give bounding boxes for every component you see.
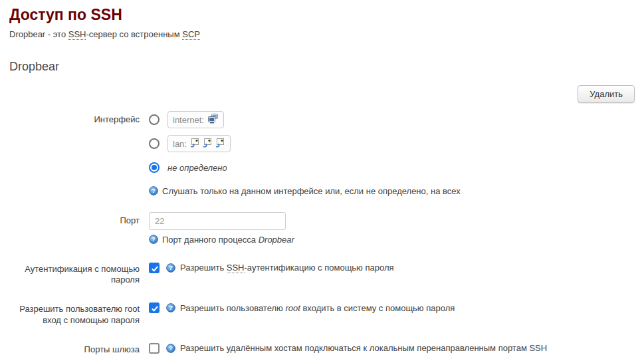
gateway-ports-row: Порты шлюза ? Разрешить удалённым хостам…: [9, 341, 635, 355]
svg-text:?: ?: [152, 235, 156, 243]
password-auth-label: Аутентификация с помощью пароля: [9, 261, 140, 286]
gateway-ports-checkbox[interactable]: [149, 343, 160, 354]
svg-text:?: ?: [169, 344, 173, 352]
gateway-ports-label: Порты шлюза: [9, 341, 140, 355]
help-part: Разрешить пользователю: [180, 303, 285, 313]
interface-radio-lan[interactable]: [149, 138, 160, 149]
interface-help-text: Слушать только на данном интерфейсе или,…: [162, 185, 461, 197]
ethernet-port-icon: [215, 138, 225, 150]
help-icon: ?: [166, 303, 175, 312]
root-login-row: Разрешить пользователю root вход с помощ…: [9, 300, 635, 326]
svg-text:?: ?: [169, 264, 173, 271]
ethernet-port-icon: [203, 138, 213, 150]
help-icon: ?: [166, 263, 175, 273]
help-part: Разрешить: [180, 263, 227, 273]
interface-badge-lan-label: lan:: [173, 139, 187, 149]
root-login-help-text: Разрешить пользователю root входить в си…: [180, 303, 455, 313]
gateway-ports-help-text: Разрешить удалённым хостам подключаться …: [180, 343, 547, 353]
subtitle-text: Dropbear - это: [9, 29, 68, 39]
password-auth-checkbox[interactable]: [149, 263, 160, 273]
interface-field: internet: lan:: [140, 111, 635, 197]
interface-row: Интерфейс internet:: [9, 111, 635, 197]
port-field: ? Порт данного процесса Dropbear: [140, 212, 635, 245]
svg-text:?: ?: [152, 187, 156, 194]
help-icon: ?: [149, 235, 158, 244]
port-help-text: Порт данного процесса Dropbear: [162, 234, 294, 245]
help-icon: ?: [149, 186, 158, 195]
root-login-checkbox[interactable]: [149, 302, 160, 313]
interface-help: ? Слушать только на данном интерфейсе ил…: [149, 185, 635, 197]
interface-option-unspecified: не определено: [149, 159, 635, 177]
root-italic: root: [285, 303, 300, 313]
page-subtitle: Dropbear - это SSH-сервер со встроенным …: [9, 29, 635, 39]
interface-label: Интерфейс: [9, 111, 140, 125]
password-auth-row: Аутентификация с помощью пароля ? Разреш…: [9, 261, 635, 286]
port-help: ? Порт данного процесса Dropbear: [149, 234, 635, 245]
scp-abbr: SCP: [182, 29, 200, 40]
help-part: -аутентификацию с помощью пароля: [245, 263, 394, 273]
page-title: Доступ по SSH: [9, 5, 635, 25]
ssh-abbr: SSH: [68, 29, 86, 40]
interface-option-lan: lan:: [149, 135, 635, 153]
interface-badge-internet-label: internet:: [173, 115, 204, 125]
root-login-field: ? Разрешить пользователю root входить в …: [140, 300, 635, 313]
password-auth-field: ? Разрешить SSH-аутентификацию с помощью…: [140, 261, 635, 273]
delete-button[interactable]: Удалить: [578, 85, 635, 103]
subtitle-text: -сервер со встроенным: [86, 29, 182, 39]
dropbear-italic: Dropbear: [259, 235, 294, 245]
ethernet-port-icon: [190, 138, 200, 150]
ssh-abbr: SSH: [227, 263, 245, 273]
password-auth-control: ? Разрешить SSH-аутентификацию с помощью…: [149, 261, 635, 273]
interface-badge-lan[interactable]: lan:: [167, 135, 231, 152]
network-interface-icon: [207, 114, 219, 126]
gateway-ports-field: ? Разрешить удалённым хостам подключатьс…: [140, 341, 635, 354]
help-icon: ?: [166, 344, 175, 353]
root-login-control: ? Разрешить пользователю root входить в …: [149, 300, 635, 313]
interface-unspecified-label: не определено: [167, 162, 227, 173]
dropbear-settings-form: Интерфейс internet:: [9, 111, 635, 355]
port-row: Порт ? Порт данного процесса Dropbear: [9, 212, 635, 245]
help-part: входить в систему с помощью пароля: [300, 303, 455, 313]
interface-radio-internet[interactable]: [149, 114, 160, 125]
lan-ports-icons: [190, 138, 225, 150]
interface-option-internet: internet:: [149, 111, 635, 129]
section-actions: Удалить: [9, 85, 635, 103]
svg-text:?: ?: [169, 304, 173, 311]
port-help-part: Порт данного процесса: [162, 235, 259, 245]
port-label: Порт: [9, 212, 140, 226]
interface-badge-internet[interactable]: internet:: [167, 111, 224, 128]
interface-radio-unspecified[interactable]: [149, 162, 160, 173]
gateway-ports-control: ? Разрешить удалённым хостам подключатьс…: [149, 341, 635, 354]
section-title-dropbear: Dropbear: [9, 60, 635, 74]
port-input[interactable]: [149, 212, 286, 230]
password-auth-help-text: Разрешить SSH-аутентификацию с помощью п…: [180, 263, 394, 273]
root-login-label: Разрешить пользователю root вход с помощ…: [9, 300, 140, 326]
